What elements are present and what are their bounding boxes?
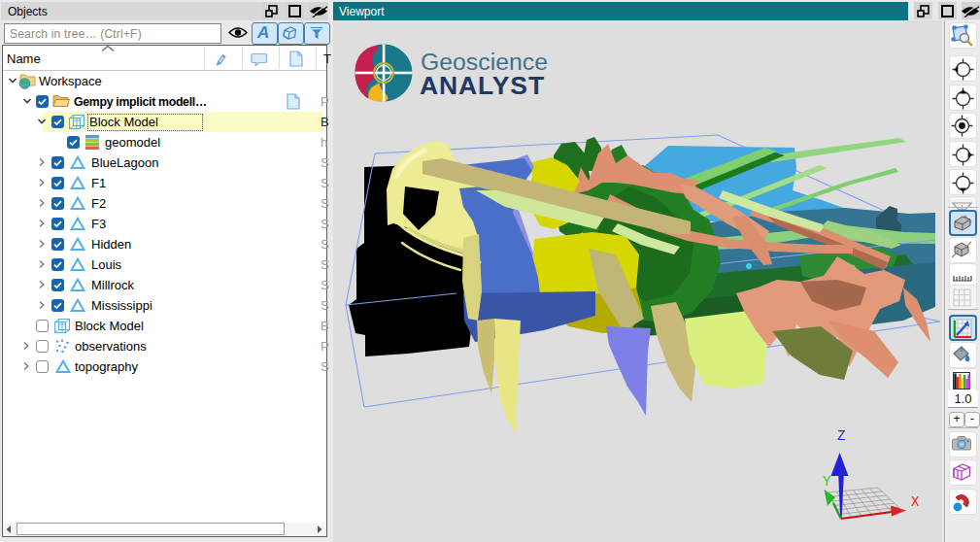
svg-text:Z: Z: [837, 428, 845, 444]
svg-text:ANALYST: ANALYST: [420, 71, 545, 100]
svg-text:X: X: [911, 494, 920, 510]
svg-text:Y: Y: [823, 474, 831, 490]
